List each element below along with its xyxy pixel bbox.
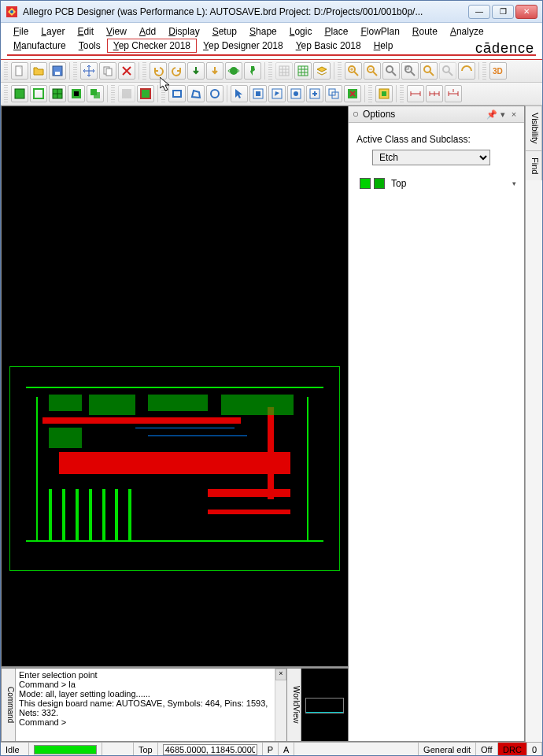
pin-icon[interactable] [244,62,261,80]
command-log[interactable]: Enter selection pointCommand > laMode: a… [16,669,286,741]
toolbar-grip[interactable] [4,62,8,80]
visibility-swatch[interactable] [360,178,371,189]
zoom-fit-icon[interactable] [382,62,400,80]
status-p[interactable]: P [263,743,279,756]
side-tab-find[interactable]: Find [526,150,542,180]
void-circle-icon[interactable] [287,85,305,102]
command-scrollbar[interactable]: × [275,669,286,741]
dropdown-arrow-icon[interactable]: ▾ [497,109,508,120]
toolbar-grip[interactable] [400,85,404,102]
close-panel-icon[interactable]: × [508,109,519,119]
arrow-down-icon[interactable] [187,62,205,80]
island-delete-icon[interactable] [375,85,393,102]
toolbar-grip[interactable] [268,62,272,80]
menu-logic[interactable]: Logic [283,24,319,39]
menu-yep-designer-2018[interactable]: Yep Designer 2018 [197,39,290,53]
toolbar-main: 3D [1,60,542,83]
new-file-icon[interactable] [11,62,28,80]
menu-analyze[interactable]: Analyze [444,24,490,39]
void-poly-icon[interactable] [268,85,286,102]
svg-rect-19 [15,89,24,98]
save-icon[interactable] [49,62,66,80]
dim-extend-icon[interactable] [445,85,462,102]
minimize-button[interactable]: — [468,5,490,19]
menu-setup[interactable]: Setup [206,24,243,39]
shape-hatch-icon[interactable] [49,85,66,102]
menu-route[interactable]: Route [406,24,444,39]
worldview-tab[interactable]: WorldView [287,669,301,741]
toolbar-grip[interactable] [73,62,77,80]
planet-icon[interactable] [225,62,242,80]
shape-edge-icon[interactable] [137,85,154,102]
zoom-out-icon[interactable] [364,62,381,80]
worldview-canvas[interactable] [301,669,348,741]
layer-dropdown-icon[interactable]: ▾ [512,180,516,187]
pcb-grid-icon[interactable] [294,62,312,80]
close-button[interactable]: ✕ [515,5,537,19]
layer-row[interactable]: Top ▾ [356,176,516,191]
color-swatch[interactable] [374,178,385,189]
menu-help[interactable]: Help [368,39,400,53]
toolbar-grip[interactable] [142,62,146,80]
class-select[interactable]: Etch [372,150,490,165]
menu-view[interactable]: View [100,24,133,39]
redo-icon[interactable] [168,62,186,80]
dim-chain-icon[interactable] [426,85,443,102]
toolbar-grip[interactable] [368,85,372,102]
rect-icon[interactable] [168,85,186,102]
command-tab[interactable]: Command [2,669,16,741]
arrow-up-down-icon[interactable] [206,62,223,80]
menu-tools[interactable]: Tools [72,39,107,53]
design-canvas[interactable] [1,106,349,667]
options-grip-icon[interactable] [353,112,358,117]
zoom-selection-icon[interactable] [458,62,475,80]
toolbar-grip[interactable] [338,62,342,80]
shape-fill-icon[interactable] [11,85,28,102]
dim-h-icon[interactable] [407,85,424,102]
3d-view-icon[interactable]: 3D [489,62,507,80]
menu-edit[interactable]: Edit [71,24,100,39]
side-tab-visibility[interactable]: Visibility [526,106,542,150]
maximize-button[interactable]: ❐ [492,5,514,19]
layers-icon[interactable] [313,62,331,80]
select-arrow-icon[interactable] [231,85,248,102]
menu-shape[interactable]: Shape [243,24,283,39]
menu-layer[interactable]: Layer [35,24,71,39]
status-a[interactable]: A [279,743,294,756]
coords-input[interactable] [163,744,257,755]
toolbar-grip[interactable] [111,85,115,102]
circle-icon[interactable] [206,85,223,102]
copy-shape-icon[interactable] [325,85,342,102]
toolbar-grip[interactable] [482,62,486,80]
scroll-up-icon[interactable]: × [275,669,286,680]
shape-void-icon[interactable] [68,85,85,102]
copy-icon[interactable] [99,62,116,80]
menu-display[interactable]: Display [162,24,205,39]
void-element-icon[interactable] [306,85,323,102]
shape-prune-icon[interactable] [344,85,361,102]
zoom-in-icon[interactable] [345,62,362,80]
pin-icon[interactable]: 📌 [486,109,497,120]
void-rect-icon[interactable] [249,85,267,102]
shape-outline-icon[interactable] [30,85,47,102]
zoom-prev-icon[interactable] [420,62,438,80]
menu-file[interactable]: File [7,24,35,39]
menu-add[interactable]: Add [133,24,162,39]
command-line: Command > la [19,680,283,689]
zoom-window-icon[interactable] [401,62,419,80]
shape-merge-icon[interactable] [87,85,104,102]
menu-manufacture[interactable]: Manufacture [7,39,72,53]
menu-place[interactable]: Place [318,24,354,39]
poly-icon[interactable] [187,85,205,102]
grid-icon [275,62,293,80]
delete-icon[interactable] [118,62,135,80]
toolbar-grip[interactable] [4,85,8,102]
menu-flowplan[interactable]: FlowPlan [354,24,405,39]
toolbar-grip[interactable] [161,85,165,102]
menu-yep-basic-2018[interactable]: Yep Basic 2018 [290,39,368,53]
status-drc[interactable]: DRC [498,743,527,756]
move-icon[interactable] [80,62,98,80]
undo-icon[interactable] [150,62,167,80]
menu-yep-checker-2018[interactable]: Yep Checker 2018 [107,39,197,53]
open-folder-icon[interactable] [30,62,47,80]
